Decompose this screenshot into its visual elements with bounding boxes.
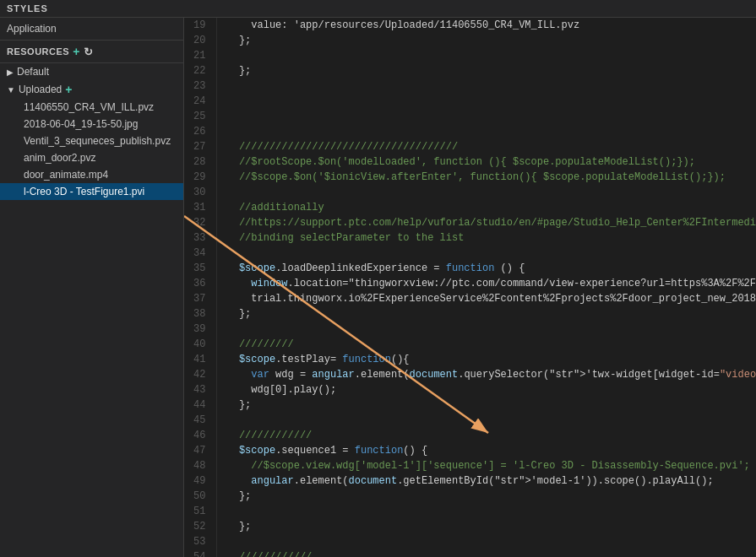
line-number: 21 (184, 48, 216, 63)
line-content (216, 534, 756, 549)
line-content: }; (216, 519, 756, 534)
line-number: 34 (184, 246, 216, 261)
line-number: 42 (184, 367, 216, 382)
line-number: 23 (184, 78, 216, 94)
code-table: 19 value: 'app/resources/Uploaded/114065… (184, 18, 756, 557)
file-item-3[interactable]: anim_door2.pvz (0, 149, 183, 166)
line-number: 28 (184, 154, 216, 170)
resources-header: RESOURCES + ↻ (0, 41, 183, 63)
add-uploaded-icon[interactable]: + (65, 83, 72, 96)
table-row: 29 //$scope.$on('$ionicView.afterEnter',… (184, 170, 756, 185)
line-content (216, 504, 756, 519)
line-number: 26 (184, 124, 216, 139)
table-row: 27 //////////////////////////////////// (184, 139, 756, 154)
line-content: window.location="thingworxview://ptc.com… (216, 276, 756, 291)
line-number: 51 (184, 504, 216, 519)
table-row: 28 //$rootScope.$on('modelLoaded', funct… (184, 154, 756, 170)
table-row: 49 angular.element(document.getElementBy… (184, 473, 756, 489)
line-number: 49 (184, 473, 216, 489)
styles-label: STYLES (7, 3, 48, 14)
line-content: }; (216, 489, 756, 504)
table-row: 39 (184, 322, 756, 337)
table-row: 21 (184, 48, 756, 63)
table-row: 26 (184, 124, 756, 139)
uploaded-label: Uploaded (19, 84, 62, 95)
file-item-2[interactable]: Ventil_3_sequneces_publish.pvz (0, 132, 183, 149)
sidebar-application[interactable]: Application (0, 18, 183, 41)
line-number: 40 (184, 337, 216, 352)
line-content: $scope.loadDeeplinkedExperience = functi… (216, 261, 756, 276)
file-item-4[interactable]: door_animate.mp4 (0, 166, 183, 183)
line-content (216, 246, 756, 261)
sidebar-item-uploaded[interactable]: ▼ Uploaded + (0, 80, 183, 99)
line-number: 47 (184, 443, 216, 458)
line-number: 46 (184, 428, 216, 443)
line-number: 20 (184, 33, 216, 48)
line-content: //////////////////////////////////// (216, 139, 756, 154)
line-number: 45 (184, 413, 216, 428)
line-content (216, 185, 756, 200)
line-content: $scope.sequence1 = function() { (216, 443, 756, 458)
refresh-icon[interactable]: ↻ (84, 46, 94, 58)
line-number: 48 (184, 458, 216, 473)
line-content: trial.thingworx.io%2FExperienceService%2… (216, 291, 756, 306)
table-row: 41 $scope.testPlay= function(){ (184, 352, 756, 367)
line-content (216, 413, 756, 428)
file-item-1[interactable]: 2018-06-04_19-15-50.jpg (0, 116, 183, 132)
table-row: 22 }; (184, 63, 756, 78)
table-row: 42 var wdg = angular.element(document.qu… (184, 367, 756, 382)
add-resource-icon[interactable]: + (73, 45, 80, 58)
file-name-3: anim_door2.pvz (24, 152, 95, 164)
file-name-0: 11406550_CR4_VM_ILL.pvz (24, 101, 154, 113)
sidebar-item-default[interactable]: ▶ Default (0, 63, 183, 80)
file-item-0[interactable]: 11406550_CR4_VM_ILL.pvz (0, 99, 183, 116)
line-number: 30 (184, 185, 216, 200)
file-name-1: 2018-06-04_19-15-50.jpg (24, 118, 138, 130)
table-row: 32 //https://support.ptc.com/help/vufori… (184, 215, 756, 230)
line-number: 31 (184, 200, 216, 215)
line-content: }; (216, 306, 756, 322)
file-item-5[interactable]: l-Creo 3D - TestFigure1.pvi (0, 183, 183, 200)
line-content (216, 109, 756, 124)
line-content: value: 'app/resources/Uploaded/11406550_… (216, 18, 756, 33)
table-row: 44 }; (184, 397, 756, 413)
table-row: 33 //binding selectParameter to the list (184, 230, 756, 246)
line-content: ///////// (216, 337, 756, 352)
styles-bar: STYLES (0, 0, 756, 18)
line-number: 24 (184, 94, 216, 109)
table-row: 54 //////////// (184, 549, 756, 557)
line-content: //////////// (216, 549, 756, 557)
line-content: angular.element(document.getElementById(… (216, 473, 756, 489)
line-content: $scope.testPlay= function(){ (216, 352, 756, 367)
table-row: 40 ///////// (184, 337, 756, 352)
line-content: }; (216, 63, 756, 78)
chevron-right-icon: ▶ (7, 68, 14, 77)
line-number: 22 (184, 63, 216, 78)
line-number: 54 (184, 549, 216, 557)
table-row: 38 }; (184, 306, 756, 322)
line-content (216, 48, 756, 63)
table-row: 34 (184, 246, 756, 261)
code-area[interactable]: 19 value: 'app/resources/Uploaded/114065… (184, 18, 756, 557)
main-layout: Application RESOURCES + ↻ ▶ Default ▼ Up… (0, 18, 756, 557)
chevron-down-icon: ▼ (7, 85, 15, 95)
line-content: wdg[0].play(); (216, 382, 756, 397)
line-content: //additionally (216, 200, 756, 215)
line-content: }; (216, 397, 756, 413)
line-content (216, 94, 756, 109)
table-row: 50 }; (184, 489, 756, 504)
line-content (216, 322, 756, 337)
line-number: 41 (184, 352, 216, 367)
table-row: 47 $scope.sequence1 = function() { (184, 443, 756, 458)
line-content: //$rootScope.$on('modelLoaded', function… (216, 154, 756, 170)
table-row: 51 (184, 504, 756, 519)
resources-label: RESOURCES (7, 46, 69, 57)
table-row: 35 $scope.loadDeeplinkedExperience = fun… (184, 261, 756, 276)
line-number: 52 (184, 519, 216, 534)
line-content: //$scope.view.wdg['model-1']['sequence']… (216, 458, 756, 473)
line-number: 32 (184, 215, 216, 230)
line-number: 38 (184, 306, 216, 322)
line-number: 19 (184, 18, 216, 33)
table-row: 20 }; (184, 33, 756, 48)
table-row: 25 (184, 109, 756, 124)
